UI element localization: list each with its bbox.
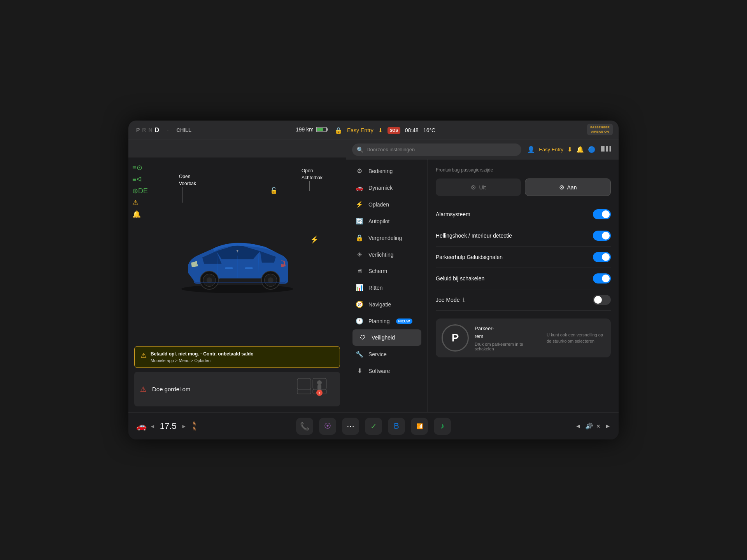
software-label: Software bbox=[368, 368, 390, 374]
navigatie-icon: 🧭 bbox=[355, 301, 364, 308]
car-charge-icon: ⚡ bbox=[310, 235, 319, 244]
toggle-helling: Hellingshoek / Interieur detectie bbox=[436, 225, 611, 247]
alarm-label: Alarmsysteem bbox=[436, 211, 470, 217]
sidebar-item-bediening[interactable]: ⚙ Bediening bbox=[349, 163, 424, 179]
menu-autopilot-wrapper: 🔄 Autopilot bbox=[346, 213, 428, 229]
airbag-off-label: Uit bbox=[479, 184, 486, 191]
software-icon: ⬇ bbox=[355, 367, 364, 374]
scherm-label: Scherm bbox=[368, 268, 387, 274]
geluid-label: Geluid bij schakelen bbox=[436, 275, 484, 282]
ritten-icon: 📊 bbox=[355, 284, 364, 291]
person-icon: 👤 bbox=[527, 146, 535, 153]
sidebar-item-vergrendeling[interactable]: 🔒 Vergrendeling bbox=[349, 229, 424, 246]
gear-sep2: N bbox=[148, 127, 152, 134]
sidebar-item-autopilot[interactable]: 🔄 Autopilot bbox=[349, 213, 424, 229]
parkeerhulp-toggle[interactable] bbox=[593, 252, 611, 262]
sidebar-item-ritten[interactable]: 📊 Ritten bbox=[349, 279, 424, 296]
opladen-icon: ⚡ bbox=[355, 201, 364, 208]
sidebar-item-service[interactable]: 🔧 Service bbox=[349, 346, 424, 362]
sidebar-item-planning[interactable]: 🕐 Planning NIEUW bbox=[349, 313, 424, 329]
menu-software-wrapper: ⬇ Software bbox=[346, 362, 428, 379]
druk-om-text: Druk om parkeerrem in te schakelen bbox=[475, 342, 541, 351]
settings-body: ⚙ Bediening 🚗 Dynamiek ⚡ Oplade bbox=[346, 159, 619, 412]
easy-entry-status: Easy Entry bbox=[347, 127, 374, 133]
menu-vergrendeling-wrapper: 🔒 Vergrendeling bbox=[346, 229, 428, 246]
toggle-parkeerhulp: Parkeerhulp Geluidsignalen bbox=[436, 247, 611, 268]
status-bar: P R N D · CHILL 199 km 🔒 Easy Entry ⬇ SO… bbox=[128, 121, 619, 140]
veiligheid-icon: 🛡 bbox=[358, 334, 367, 341]
svg-rect-14 bbox=[297, 389, 311, 394]
next-arrow[interactable]: ► bbox=[605, 423, 611, 430]
temp-increase-button[interactable]: ► bbox=[181, 423, 187, 429]
bluetooth-button[interactable]: B bbox=[388, 418, 405, 435]
header-right: PASSENGERAIRBAG ON bbox=[587, 124, 613, 135]
dynamiek-icon: 🚗 bbox=[355, 184, 364, 191]
search-bar[interactable]: 🔍 Doorzoek instellingen bbox=[352, 144, 521, 156]
car-bottom-icon[interactable]: 🚗 bbox=[136, 421, 147, 431]
time-display: 08:48 bbox=[405, 127, 419, 133]
left-panel: ≡⊙ ≡ᐊ ⊕DE ⚠ 🔔 OpenVoorbak OpenAchterbak bbox=[128, 140, 346, 412]
menu-ritten-wrapper: 📊 Ritten bbox=[346, 279, 428, 296]
sidebar-item-veiligheid[interactable]: 🛡 Veiligheid bbox=[352, 329, 421, 346]
menu-service-wrapper: 🔧 Service bbox=[346, 346, 428, 362]
passenger-airbag-label: PASSENGERAIRBAG ON bbox=[590, 125, 610, 134]
bottom-bar: 🚗 ◄ 17.5 ► 🪑 🪑 📞 ⦿ ⋯ ✓ bbox=[128, 412, 619, 439]
svg-rect-20 bbox=[317, 385, 321, 390]
temperature-value: 17.5 bbox=[160, 421, 177, 431]
sidebar-item-opladen[interactable]: ⚡ Opladen bbox=[349, 196, 424, 213]
sim-button[interactable]: 📶 bbox=[411, 418, 428, 435]
gear-sep1: R bbox=[142, 127, 146, 134]
spotify-button[interactable]: ♪ bbox=[434, 418, 451, 435]
apps-button[interactable]: ⋯ bbox=[342, 418, 359, 435]
camera-button[interactable]: ⦿ bbox=[319, 418, 336, 435]
prnd-dot: · bbox=[167, 127, 168, 134]
download-header-icon[interactable]: ⬇ bbox=[567, 146, 572, 153]
bluetooth-icon[interactable]: 🔵 bbox=[588, 146, 596, 153]
header-icons-right: ⬇ 🔔 🔵 ▐▌▌▌ bbox=[567, 146, 613, 153]
alarm-toggle[interactable] bbox=[593, 209, 611, 219]
right-panel: 🔍 Doorzoek instellingen 👤 Easy Entry ⬇ 🔔… bbox=[346, 140, 619, 412]
menu-scherm-wrapper: 🖥 Scherm bbox=[346, 263, 428, 279]
mute-icon[interactable]: ✕ bbox=[596, 423, 601, 429]
sidebar-item-scherm[interactable]: 🖥 Scherm bbox=[349, 263, 424, 279]
menu-planning-wrapper: 🕐 Planning NIEUW bbox=[346, 313, 428, 329]
sidebar-item-software[interactable]: ⬇ Software bbox=[349, 362, 424, 379]
achterbak-label[interactable]: OpenAchterbak bbox=[302, 167, 323, 191]
helling-label: Hellingshoek / Interieur detectie bbox=[436, 233, 512, 239]
airbag-off-button[interactable]: ⊗ Uit bbox=[436, 178, 521, 196]
header-center: 🔒 Easy Entry ⬇ SOS 08:48 16°C bbox=[335, 121, 435, 140]
car-view-area: OpenVoorbak OpenAchterbak 🔓 ⚡ bbox=[128, 158, 346, 346]
svg-rect-13 bbox=[297, 378, 311, 389]
bell-icon[interactable]: 🔔 bbox=[576, 146, 584, 153]
temp-decrease-button[interactable]: ◄ bbox=[150, 423, 155, 429]
seat-heat-icon: 🪑 bbox=[192, 422, 196, 426]
gear-d: D bbox=[155, 127, 160, 134]
svg-point-19 bbox=[317, 380, 322, 385]
checklist-button[interactable]: ✓ bbox=[365, 418, 382, 435]
temp-display: 16°C bbox=[423, 127, 435, 133]
sidebar-item-verlichting[interactable]: ☀ Verlichting bbox=[349, 246, 424, 263]
sidebar-item-dynamiek[interactable]: 🚗 Dynamiek bbox=[349, 179, 424, 196]
voorbak-text: OpenVoorbak bbox=[179, 173, 196, 187]
scherm-icon: 🖥 bbox=[355, 268, 364, 275]
volume-icon: 🔊 bbox=[585, 422, 593, 430]
joe-toggle[interactable] bbox=[593, 295, 611, 305]
warning-triangle-icon: ⚠ bbox=[140, 351, 147, 360]
bottom-right: ◄ 🔊 ✕ ► bbox=[463, 422, 611, 430]
parking-brake-card[interactable]: P Parkeer-rem Druk om parkeerrem in te s… bbox=[436, 318, 611, 357]
parkeerhulp-label: Parkeerhulp Geluidsignalen bbox=[436, 254, 503, 260]
voorbak-label[interactable]: OpenVoorbak bbox=[179, 173, 196, 203]
sos-button[interactable]: SOS bbox=[388, 127, 400, 134]
phone-button[interactable]: 📞 bbox=[296, 418, 313, 435]
helling-toggle[interactable] bbox=[593, 231, 611, 241]
sidebar-item-navigatie[interactable]: 🧭 Navigatie bbox=[349, 296, 424, 313]
joe-info-icon[interactable]: ℹ bbox=[463, 297, 465, 303]
geluid-toggle[interactable] bbox=[593, 273, 611, 284]
prev-arrow[interactable]: ◄ bbox=[575, 423, 581, 430]
settings-content: Frontairbag passagierszijde ⊗ Uit ⊗ Aan bbox=[428, 159, 619, 412]
status-left: P R N D · CHILL bbox=[136, 127, 191, 134]
airbag-on-button[interactable]: ⊗ Aan bbox=[525, 178, 611, 196]
airbag-on-icon: ⊗ bbox=[559, 184, 564, 191]
main-screen: P R N D · CHILL 199 km 🔒 Easy Entry ⬇ SO… bbox=[128, 121, 619, 439]
toggle-joe: Joe Mode ℹ bbox=[436, 289, 611, 311]
